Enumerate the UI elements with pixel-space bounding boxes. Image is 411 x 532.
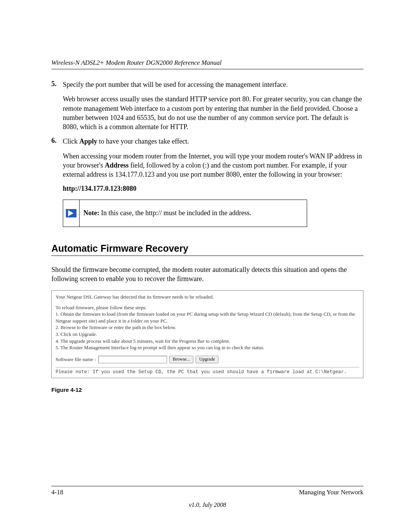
page-number: 4-18 (51, 489, 63, 496)
recovery-step: 3. Click on Upgrade. (56, 331, 359, 338)
page-footer: 4-18 Managing Your Network v1.0, July 20… (51, 486, 363, 508)
footer-version: v1.0, July 2008 (51, 502, 363, 508)
upgrade-button[interactable]: Upgrade (196, 356, 218, 363)
software-file-input[interactable] (98, 356, 167, 363)
recovery-step: 1. Obtain the firmware to load (from the… (56, 311, 359, 324)
recovery-step: 4. The upgrade process will take about 5… (56, 338, 359, 345)
arrow-icon (66, 209, 76, 217)
file-row: Software file name : Browse... Upgrade (56, 356, 359, 363)
recovery-lead: Your Netgear DSL Gateway has detected th… (56, 294, 359, 300)
note-text: Note: In this case, the http:// must be … (80, 200, 307, 227)
section-rule (51, 256, 363, 256)
step-6-line: Click Apply to have your changes take ef… (63, 137, 363, 146)
note-box: Note: In this case, the http:// must be … (63, 200, 307, 227)
step-5-line: Specify the port number that will be use… (63, 80, 363, 89)
section-intro: Should the firmware become corrupted, th… (51, 265, 363, 284)
recovery-step: 5. The Router Management Interface log-i… (56, 344, 359, 351)
recovery-step: 2. Browse to the firmware or enter the p… (56, 324, 359, 331)
section-heading: Automatic Firmware Recovery (51, 243, 363, 254)
step-6-paragraph: When accessing your modem router from th… (63, 152, 363, 179)
step-number: 5. (51, 80, 63, 131)
footer-section: Managing Your Network (299, 489, 363, 496)
example-url: http://134.177.0.123:8080 (63, 185, 363, 193)
recovery-mono-note: Please note: If you used the Setup CD, t… (56, 369, 359, 375)
file-label: Software file name : (56, 356, 96, 363)
figure-caption: Figure 4-12 (51, 387, 363, 393)
footer-rule (51, 486, 363, 486)
step-number: 6. (51, 137, 63, 179)
address-field-label: Address (105, 161, 129, 169)
browse-button[interactable]: Browse... (169, 356, 194, 363)
note-icon-cell (63, 200, 80, 227)
step-5-paragraph: Web browser access usually uses the stan… (63, 94, 363, 131)
recovery-steps-title: To reload firmware, please follow these … (56, 304, 359, 311)
step-6: 6. Click Apply to have your changes take… (51, 137, 363, 179)
recovery-divider (56, 367, 359, 367)
step-5: 5. Specify the port number that will be … (51, 80, 363, 131)
firmware-recovery-screenshot: Your Netgear DSL Gateway has detected th… (51, 290, 363, 378)
manual-title: Wireless-N ADSL2+ Modem Router DGN2000 R… (51, 59, 363, 67)
apply-label: Apply (80, 137, 97, 145)
